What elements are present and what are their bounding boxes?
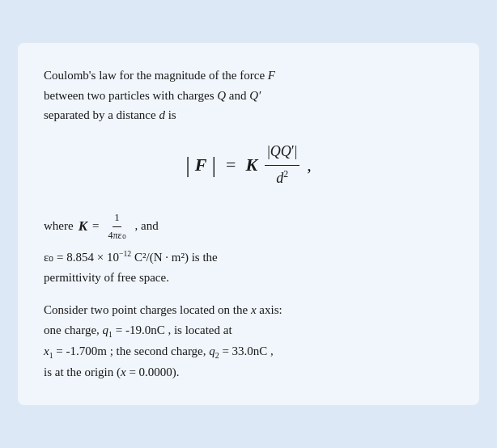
- where-fraction: 1 4πε₀: [106, 209, 127, 244]
- eq2-val: = -1.700m ; the second charge,: [56, 344, 209, 357]
- where-K: K: [79, 215, 87, 238]
- var-x-axis: x: [251, 303, 257, 316]
- where-num: 1: [113, 209, 121, 227]
- formula-K: K: [245, 150, 257, 180]
- consider-line1: Consider two point charges located on th…: [44, 300, 453, 320]
- main-formula: | F | = K |QQ′| d2 ,: [44, 140, 453, 190]
- intro-and: and: [229, 89, 247, 102]
- where-den: 4πε₀: [106, 227, 127, 244]
- var-Qprime: Q′: [249, 89, 261, 102]
- intro-text-2: between two particles with charges: [44, 89, 214, 102]
- consider-line4: is at the origin (x = 0.0000).: [44, 362, 453, 382]
- epsilon-text: ε₀ = 8.854 × 10−12 C²/(N · m²) is the: [44, 251, 218, 264]
- var-Q: Q: [217, 89, 229, 102]
- consider-origin: is at the origin (: [44, 366, 121, 378]
- consider-one-charge: one charge,: [44, 323, 103, 336]
- formula-line: | F | = K |QQ′| d2 ,: [44, 140, 453, 190]
- sub-2: 2: [215, 351, 219, 360]
- fraction-numerator: |QQ′|: [265, 140, 299, 166]
- consider-block: Consider two point charges located on th…: [44, 300, 453, 382]
- consider-text-1: Consider two point charges located on th…: [44, 303, 251, 316]
- sub-1: 1: [108, 330, 113, 339]
- intro-paragraph: Coulomb's law for the magnitude of the f…: [44, 66, 453, 125]
- epsilon-line: ε₀ = 8.854 × 10−12 C²/(N · m²) is the: [44, 247, 453, 268]
- var-F: F: [268, 69, 275, 82]
- var-q1: q: [103, 323, 109, 336]
- intro-is: is: [168, 108, 176, 121]
- intro-text-3: separated by a distance: [44, 108, 156, 121]
- abs-close: |: [211, 154, 216, 176]
- main-card: Coulomb's law for the magnitude of the f…: [18, 43, 479, 405]
- consider-line3: x1 = -1.700m ; the second charge, q2 = 3…: [44, 341, 453, 362]
- consider-axis: axis:: [257, 303, 282, 316]
- intro-text-1: Coulomb's law for the magnitude of the f…: [44, 69, 265, 82]
- var-x1: x: [44, 344, 49, 357]
- where-equals: =: [92, 216, 99, 236]
- eq3-val: = 33.0nC ,: [222, 344, 273, 357]
- eq1-val: = -19.0nC , is located at: [116, 323, 232, 336]
- where-comma-and: , and: [135, 216, 159, 236]
- sub-x1: 1: [49, 351, 53, 360]
- fraction-denominator: d2: [274, 166, 291, 191]
- var-x-origin: x: [121, 366, 126, 378]
- formula-equals: =: [226, 150, 236, 180]
- abs-open: |: [185, 154, 190, 176]
- consider-line2: one charge, q1 = -19.0nC , is located at: [44, 320, 453, 341]
- main-fraction: |QQ′| d2: [265, 140, 299, 190]
- formula-F: F: [195, 150, 207, 180]
- where-line: where K = 1 4πε₀ , and: [44, 209, 453, 244]
- permittivity-text: permittivity of free space.: [44, 271, 169, 284]
- var-q2: q: [209, 344, 215, 357]
- where-label: where: [44, 216, 74, 236]
- permittivity-line: permittivity of free space.: [44, 268, 453, 288]
- consider-eq4: = 0.0000).: [129, 366, 179, 378]
- formula-comma: ,: [307, 150, 312, 180]
- where-block: where K = 1 4πε₀ , and ε₀ = 8.854 × 10−1…: [44, 209, 453, 288]
- var-d: d: [159, 108, 168, 121]
